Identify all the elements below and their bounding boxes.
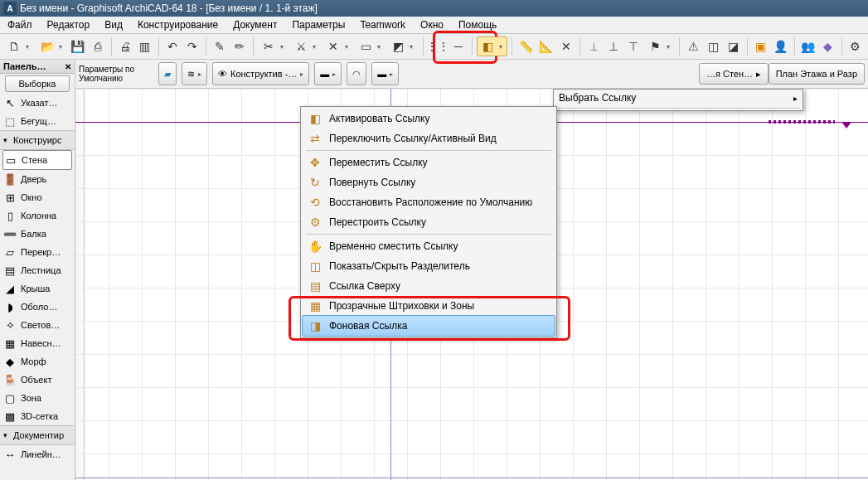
anchor4-button[interactable]: ⚑▾ — [644, 36, 675, 56]
undo-button[interactable]: ↶ — [163, 36, 182, 56]
tool-marquee[interactable]: ⬚Бегущ… — [0, 112, 75, 130]
corner-button[interactable]: ◪ — [724, 36, 742, 56]
anchor1-button[interactable]: ⟂ — [584, 36, 603, 56]
tool-label: Окно — [21, 192, 71, 202]
dd-select-reference[interactable]: Выбрать Ссылку ▸ — [554, 90, 803, 106]
tool-roof[interactable]: ◢Крыша — [0, 279, 75, 298]
view-mode-button[interactable]: 👁 Конструктив -… ▸ — [212, 62, 309, 85]
profile-button[interactable]: ▬▸ — [371, 62, 399, 85]
info-bar: Параметры по Умолчанию ▰ ≋▸ 👁 Конструкти… — [75, 60, 868, 89]
tool-door[interactable]: 🚪Дверь — [0, 170, 75, 188]
nav-wall-button[interactable]: …я Стен…▸ — [699, 63, 769, 85]
team1-button[interactable]: 👥 — [799, 36, 817, 56]
print-button[interactable]: 🖨 — [116, 36, 134, 56]
submenu-item-top[interactable]: ▤Ссылка Сверху — [303, 276, 555, 296]
line1-button[interactable]: ─ — [449, 36, 468, 56]
tool-beam[interactable]: ➖Балка — [0, 225, 75, 243]
tool-stair[interactable]: ▤Лестница — [0, 261, 75, 279]
cut1-button[interactable]: ✂▾ — [258, 36, 289, 56]
menu-edit[interactable]: Редактор — [40, 17, 98, 32]
window-icon: ⊞ — [3, 191, 17, 204]
dots1-button[interactable]: ⋮⋮ — [428, 36, 448, 56]
anchor2-button[interactable]: ⊥ — [604, 36, 623, 56]
open-button[interactable]: 📂▾ — [36, 36, 66, 56]
split-icon: ◫ — [308, 259, 322, 274]
tool-cursor[interactable]: ↖Указат… — [0, 94, 75, 112]
tool-object[interactable]: 🪑Объект — [0, 371, 75, 389]
wall3d-icon: ▰ — [164, 69, 171, 80]
inject-button[interactable]: ✏ — [230, 36, 249, 56]
new-button[interactable]: 🗋▾ — [3, 36, 34, 56]
menu-teamwork[interactable]: Teamwork — [352, 17, 413, 32]
submenu-item-split[interactable]: ◫Показать/Скрыть Разделитель — [303, 256, 555, 276]
layout-button[interactable]: ▥ — [136, 36, 154, 56]
align-button[interactable]: ◫ — [704, 36, 722, 56]
tool-skylight[interactable]: ✧Светов… — [0, 316, 75, 334]
submenu-item-activate[interactable]: ◧Активировать Ссылку — [303, 109, 555, 128]
menu-file[interactable]: Файл — [0, 17, 40, 32]
submenu-separator — [306, 150, 551, 151]
nav-plan-button[interactable]: План Этажа и Разр — [769, 63, 865, 85]
tool-column[interactable]: ▯Колонна — [0, 206, 75, 225]
boxsel-button[interactable]: ▣ — [751, 36, 769, 56]
tool-curtain[interactable]: ▦Навесн… — [0, 334, 75, 352]
menu-view[interactable]: Вид — [97, 17, 130, 32]
end-button[interactable]: ⚙ — [846, 36, 865, 56]
cut5-button[interactable]: ◩▾ — [388, 36, 419, 56]
tape-icon: 📐 — [539, 40, 553, 53]
layer-button[interactable]: ≋▸ — [182, 62, 207, 85]
submenu-item-rebuild[interactable]: ⚙Перестроить Ссылку — [303, 212, 555, 232]
selector-button[interactable]: Выборка — [5, 75, 70, 92]
plot-button[interactable]: ⎙ — [88, 36, 106, 56]
submenu-label: Прозрачные Штриховки и Зоны — [329, 300, 474, 312]
submenu-item-transp[interactable]: ▦Прозрачные Штриховки и Зоны — [303, 296, 555, 316]
bg-icon: ◨ — [308, 318, 322, 333]
wall-preview-button[interactable]: ▰ — [158, 62, 177, 85]
menu-document[interactable]: Документ — [225, 17, 284, 32]
drawing-canvas[interactable]: Выбрать Ссылку ▸ ◧Активировать Ссылку⇄Пе… — [75, 89, 868, 480]
tool-shell[interactable]: ◗Оболо… — [0, 298, 75, 316]
menu-help[interactable]: Помощь — [451, 17, 504, 32]
stair-icon: ▤ — [3, 264, 17, 277]
tool-morph[interactable]: ◆Морф — [0, 352, 75, 371]
del-button[interactable]: ✕ — [556, 36, 575, 56]
cut4-button[interactable]: ▭▾ — [356, 36, 386, 56]
cut3-button[interactable]: ✕▾ — [323, 36, 354, 56]
trace-reference-button[interactable]: ◧▾ — [477, 36, 507, 56]
toolbox-close-icon[interactable]: ✕ — [65, 62, 71, 71]
tool-slab[interactable]: ▱Перекр… — [0, 243, 75, 261]
rotate-icon: ↻ — [308, 175, 322, 190]
object-icon: 🪑 — [3, 373, 17, 386]
height-button[interactable]: ▬▸ — [314, 62, 342, 85]
menu-window[interactable]: Окно — [413, 17, 451, 32]
menu-design[interactable]: Конструирование — [130, 17, 225, 32]
tool-window[interactable]: ⊞Окно — [0, 188, 75, 206]
submenu-item-rotate[interactable]: ↻Повернуть Ссылку — [303, 172, 555, 192]
tape-button[interactable]: 📐 — [536, 36, 555, 56]
axis-marker — [769, 120, 835, 124]
tool-label: Лестница — [21, 265, 71, 275]
rebuild-icon: ⚙ — [308, 215, 322, 230]
submenu-item-temp[interactable]: ✋Временно сместить Ссылку — [303, 236, 555, 256]
submenu-item-restore[interactable]: ⟲Восстановить Расположение по Умолчанию — [303, 192, 555, 212]
arc-button[interactable]: ◠ — [347, 62, 366, 85]
submenu-item-toggle[interactable]: ⇄Переключить Ссылку/Активный Вид — [303, 128, 555, 148]
tool-wall[interactable]: ▭Стена — [2, 150, 72, 170]
anchor3-button[interactable]: ⊤ — [624, 36, 643, 56]
pick-button[interactable]: ✎ — [211, 36, 229, 56]
tool-zone[interactable]: ▢Зона — [0, 389, 75, 407]
submenu-item-bg[interactable]: ◨Фоновая Ссылка — [302, 315, 555, 337]
submenu-item-move[interactable]: ✥Переместить Ссылку — [303, 153, 555, 172]
suspend-button[interactable]: ⚠ — [684, 36, 702, 56]
tool-mesh[interactable]: ▩3D-сетка — [0, 407, 75, 425]
cut2-button[interactable]: ⚔▾ — [290, 36, 321, 56]
redo-button[interactable]: ↷ — [183, 36, 201, 56]
team2-button[interactable]: ◆ — [819, 36, 837, 56]
ruler-button[interactable]: 📏 — [516, 36, 535, 56]
menu-options[interactable]: Параметры — [284, 17, 352, 32]
dd-select-label: Выбрать Ссылку — [559, 92, 636, 104]
tool-label: Морф — [21, 356, 71, 366]
person-button[interactable]: 👤 — [772, 36, 790, 56]
save-button[interactable]: 💾 — [68, 36, 86, 56]
tool-dim[interactable]: ↔Линейн… — [0, 445, 75, 463]
